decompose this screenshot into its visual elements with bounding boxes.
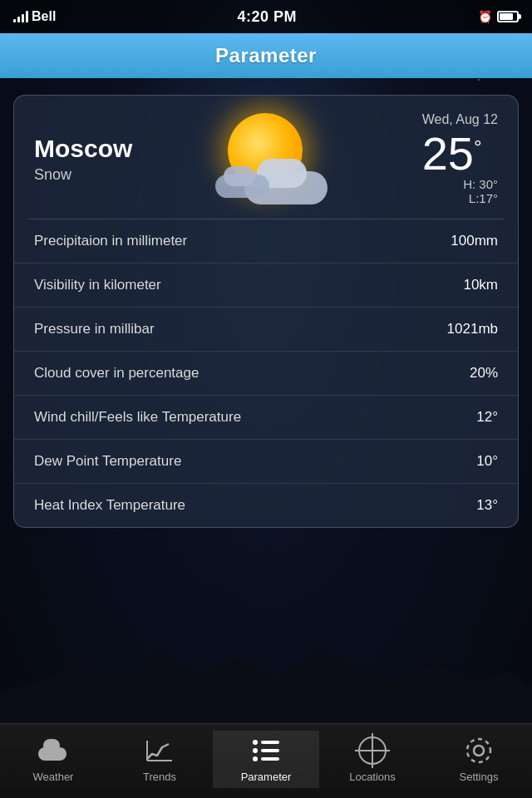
weather-icon <box>211 113 344 204</box>
temp-info: Wed, Aug 12 25° H: 30° L:17° <box>422 112 498 205</box>
param-row-4: Wind chill/Feels like Temperature12° <box>14 396 518 440</box>
cloud-small-icon <box>215 169 273 198</box>
param-value-1: 10km <box>463 277 498 293</box>
trends-tab-icon-container <box>145 736 175 766</box>
status-bar: Bell 4:20 PM ⏰ <box>0 0 532 33</box>
param-value-0: 100mm <box>451 233 498 249</box>
param-row-6: Heat Index Temperature13° <box>14 484 518 527</box>
parameter-tab-icon-container <box>251 736 281 766</box>
tab-parameter[interactable]: Parameter <box>213 731 319 788</box>
clock-icon: ⏰ <box>478 10 492 23</box>
tab-settings[interactable]: Settings <box>426 731 532 788</box>
status-time: 4:20 PM <box>237 8 297 26</box>
param-row-1: Visibility in kilometer10km <box>14 264 518 308</box>
weather-top: Moscow Snow Wed, Aug 12 25° H: 30° L:17° <box>14 96 518 219</box>
param-row-3: Cloud cover in percentage20% <box>14 352 518 396</box>
param-label-0: Precipitaion in millimeter <box>34 233 187 249</box>
status-left: Bell <box>13 9 56 24</box>
param-label-6: Heat Index Temperature <box>34 497 185 514</box>
tab-trends[interactable]: Trends <box>106 731 213 788</box>
weather-card: Moscow Snow Wed, Aug 12 25° H: 30° L:17°… <box>13 95 519 528</box>
parameter-rows: Precipitaion in millimeter100mmVisibilit… <box>14 219 518 527</box>
signal-bar-2 <box>17 17 20 22</box>
signal-bars <box>13 11 28 22</box>
parameter-list-icon <box>253 740 279 761</box>
settings-tab-icon-container <box>464 736 494 766</box>
temperature-display: 25° <box>422 131 498 177</box>
city-name: Moscow <box>34 135 132 163</box>
tab-weather-label: Weather <box>33 771 74 783</box>
weather-condition: Snow <box>34 166 132 184</box>
gear-icon <box>465 736 493 765</box>
city-info: Moscow Snow <box>34 135 132 184</box>
tab-locations[interactable]: Locations <box>319 731 426 788</box>
battery-icon <box>497 11 519 22</box>
tab-settings-label: Settings <box>460 771 499 783</box>
param-row-2: Pressure in millibar1021mb <box>14 308 518 352</box>
mountains <box>0 632 532 732</box>
svg-point-3 <box>467 739 490 762</box>
page-title: Parameter <box>215 44 317 67</box>
tab-bar: Weather Trends Parameter Locations <box>0 723 532 798</box>
param-label-5: Dew Point Temperature <box>34 453 181 470</box>
param-value-2: 1021mb <box>447 321 498 337</box>
param-row-5: Dew Point Temperature10° <box>14 440 518 484</box>
locations-tab-icon-container <box>357 736 387 766</box>
date-label: Wed, Aug 12 <box>422 112 498 127</box>
param-label-4: Wind chill/Feels like Temperature <box>34 409 241 426</box>
temp-value: 25 <box>422 131 474 177</box>
param-value-6: 13° <box>476 497 498 514</box>
crosshair-icon <box>358 736 387 765</box>
param-value-5: 10° <box>476 453 498 470</box>
main-content: Moscow Snow Wed, Aug 12 25° H: 30° L:17°… <box>0 78 532 544</box>
temp-low: L:17° <box>422 191 498 205</box>
weather-tab-icon <box>38 736 68 766</box>
tab-locations-label: Locations <box>349 771 396 783</box>
param-label-2: Pressure in millibar <box>34 321 155 337</box>
param-label-1: Visibility in kilometer <box>34 277 161 293</box>
signal-bar-3 <box>22 14 24 22</box>
carrier-name: Bell <box>32 9 56 24</box>
signal-bar-1 <box>13 19 16 22</box>
status-right: ⏰ <box>478 10 519 23</box>
param-row-0: Precipitaion in millimeter100mm <box>14 219 518 264</box>
param-value-4: 12° <box>476 409 498 426</box>
param-label-3: Cloud cover in percentage <box>34 365 199 382</box>
param-value-3: 20% <box>470 365 498 382</box>
signal-bar-4 <box>26 11 28 22</box>
tab-parameter-label: Parameter <box>241 771 292 783</box>
tab-weather[interactable]: Weather <box>0 731 106 788</box>
tab-trends-label: Trends <box>143 771 176 783</box>
header: Parameter <box>0 33 532 78</box>
cloud-tab-icon <box>38 741 68 761</box>
svg-point-2 <box>474 746 484 756</box>
degree-symbol: ° <box>474 137 482 157</box>
trends-chart-icon <box>145 739 174 762</box>
